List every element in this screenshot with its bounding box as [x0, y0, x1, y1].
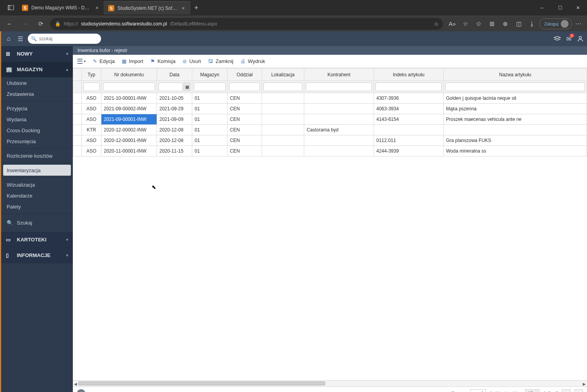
mail-icon[interactable]: ✉5 [566, 35, 571, 43]
cell[interactable]: Gra planszowa FUKS [444, 135, 587, 146]
table-row[interactable]: ASO2021-09-00002-INW2021-09-2901CEN4063-… [73, 104, 587, 114]
cell[interactable]: 01 [192, 93, 228, 104]
sidebar-item-ulubione[interactable]: Ulubione [1, 77, 73, 88]
col-selector[interactable] [73, 68, 82, 81]
cell[interactable]: ASO [82, 135, 101, 146]
sidebar-item-wizualizacja[interactable]: Wizualizacja [1, 179, 73, 190]
cell[interactable] [262, 135, 304, 146]
btn-edycja[interactable]: ✎Edycja [93, 58, 115, 64]
pagesize-select[interactable]: 40 [525, 389, 540, 392]
cell[interactable]: Castorama byd [304, 125, 374, 135]
sidebar-nowy[interactable]: ⊞ NOWY ▾ [1, 46, 73, 62]
col-nr[interactable]: Nr dokumentu [101, 68, 157, 81]
sidebar-informacje[interactable]: ▯ INFORMACJE ▾ [1, 248, 73, 263]
col-kontrahent[interactable]: Kontrahent [304, 68, 374, 81]
col-data[interactable]: Data [157, 68, 192, 81]
sidebar-item-inwentaryzacja[interactable]: Inwentaryzacja [3, 165, 71, 176]
cell[interactable] [444, 125, 587, 135]
cell[interactable]: Mąka pszenna [444, 104, 587, 114]
cell[interactable]: 2021-10-05 [157, 93, 192, 104]
search-input[interactable] [39, 36, 98, 41]
filter-magazyn[interactable] [194, 83, 226, 91]
window-maximize[interactable]: ☐ [551, 0, 569, 16]
col-magazyn[interactable]: Magazyn [192, 68, 228, 81]
new-tab-button[interactable]: + [190, 4, 202, 12]
cell[interactable] [73, 104, 82, 114]
cell[interactable]: ASO [82, 114, 101, 125]
cell[interactable]: 0112.011 [374, 135, 444, 146]
cell[interactable]: 4143-6154 [374, 114, 444, 125]
cell[interactable] [262, 125, 304, 135]
cell[interactable]: CEN [228, 135, 262, 146]
cell[interactable]: 2021-09-29 [157, 104, 192, 114]
sidebar-item-zestawienia[interactable]: Zestawienia [1, 88, 73, 99]
table-row[interactable]: ASO2020-11-00001-INW2020-11-1501CEN4244-… [73, 146, 587, 156]
cell[interactable]: CEN [228, 114, 262, 125]
filter-data[interactable] [159, 83, 183, 91]
next-page[interactable]: ▶ [574, 389, 583, 392]
cell[interactable] [304, 114, 374, 125]
prev-page[interactable]: ◀ [562, 389, 571, 392]
global-search[interactable]: 🔍 [28, 34, 101, 44]
layers-icon[interactable] [554, 36, 561, 41]
nav-reload[interactable]: ⟳ [34, 18, 47, 30]
toggle-menu-icon[interactable]: ☰ [16, 35, 25, 43]
collections-icon[interactable]: ⊞ [486, 18, 498, 30]
cell[interactable]: 4244-3939 [374, 146, 444, 156]
window-minimize[interactable]: ─ [533, 0, 551, 16]
cell[interactable] [73, 114, 82, 125]
cell[interactable]: CEN [228, 104, 262, 114]
cell[interactable]: CEN [228, 93, 262, 104]
cell[interactable]: 2021-09-00001-INW [101, 114, 157, 125]
cell[interactable]: 2020-11-15 [157, 146, 192, 156]
cell[interactable] [73, 135, 82, 146]
tab-overview-icon[interactable] [4, 1, 18, 15]
filter-indeks[interactable] [376, 83, 442, 91]
cell[interactable] [73, 146, 82, 156]
col-nazwa[interactable]: Nazwa artykułu [444, 68, 587, 81]
cell[interactable] [304, 135, 374, 146]
table-row[interactable]: KTR2020-12-00002-INW2020-12-0801CENCasto… [73, 125, 587, 135]
cell[interactable] [304, 146, 374, 156]
filter-kontrahent[interactable] [306, 83, 372, 91]
cell[interactable] [73, 93, 82, 104]
cell[interactable]: KTR [82, 125, 101, 135]
cell[interactable]: 2021-09-09 [157, 114, 192, 125]
cell[interactable]: 2020-11-00001-INW [101, 146, 157, 156]
cell[interactable]: 2020-12-00001-INW [101, 135, 157, 146]
tracking-icon[interactable]: ◎ [434, 21, 438, 27]
window-close[interactable]: ✕ [569, 0, 587, 16]
cell[interactable]: ASO [82, 93, 101, 104]
btn-wydruk[interactable]: 🖨Wydruk [240, 58, 265, 64]
cell[interactable] [262, 114, 304, 125]
cell[interactable]: 01 [192, 104, 228, 114]
performance-icon[interactable]: ◫ [513, 18, 525, 30]
page-input[interactable] [470, 389, 486, 392]
btn-import[interactable]: ▦Import [122, 58, 143, 64]
col-oddzial[interactable]: Oddział [228, 68, 262, 81]
sidebar-item-szukaj[interactable]: 🔍 Szukaj [1, 216, 73, 230]
filter-typ[interactable] [83, 83, 99, 91]
sidebar-kartoteki[interactable]: ▭ KARTOTEKI ▾ [1, 232, 73, 248]
cell[interactable] [304, 93, 374, 104]
sidebar-item-rozliczenie[interactable]: Rozliczenie kosztów [1, 150, 73, 161]
cell[interactable]: Golden j quisque lacinia neque sit [444, 93, 587, 104]
browser-tab-0[interactable]: S Demo Magazyn WMS - Demo o… × [18, 1, 104, 14]
nav-back[interactable]: ← [3, 18, 16, 30]
address-bar[interactable]: 🔒 https://studiosystemdemo.softwarestudi… [50, 18, 443, 30]
sidebar-item-wydania[interactable]: Wydania [1, 114, 73, 125]
cell[interactable]: Woda mineralna ss [444, 146, 587, 156]
cell[interactable]: ASO [82, 146, 101, 156]
favorites-icon[interactable]: ☆ [459, 18, 472, 30]
cell[interactable]: CEN [228, 146, 262, 156]
hamburger-menu[interactable]: ☰▾ [77, 57, 86, 66]
cell[interactable]: 01 [192, 114, 228, 125]
filter-nr[interactable] [103, 83, 155, 91]
cell[interactable]: 01 [192, 125, 228, 135]
sidebar-item-przesuniecia[interactable]: Przesunięcia [1, 136, 73, 147]
horizontal-scrollbar[interactable]: ◀ ▶ [73, 380, 587, 387]
cell[interactable]: 2020-12-00002-INW [101, 125, 157, 135]
cell[interactable] [73, 125, 82, 135]
filter-nazwa[interactable] [445, 83, 585, 91]
sidebar-item-crossdocking[interactable]: Cross-Docking [1, 125, 73, 136]
